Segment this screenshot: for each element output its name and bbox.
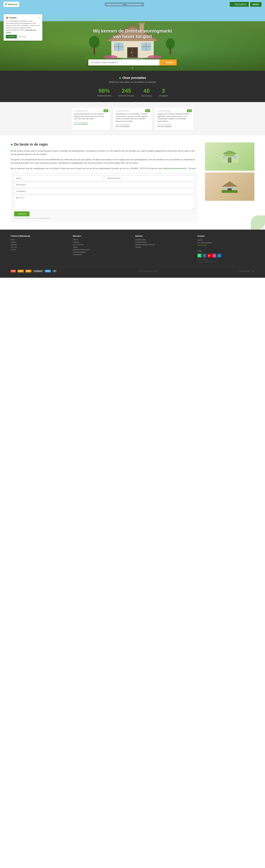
footer-phone-link[interactable]: 0624-525252: [198, 244, 255, 246]
stat-label-3: Vestigingen: [159, 95, 168, 97]
form-name-input[interactable]: [14, 176, 103, 181]
footer-link-overons[interactable]: Over ons: [10, 246, 68, 248]
footer-title-diensten: Diensten: [73, 235, 130, 237]
about-title: ◆ De beste in de regio: [10, 143, 198, 147]
cookie-header: 🍪 Cookies ✕: [6, 17, 40, 19]
cookie-close-icon[interactable]: ✕: [38, 17, 40, 19]
whatsapp-icon[interactable]: W: [198, 254, 201, 257]
stats-grid: 98% Klanttevredenheid 245 Verkochte woni…: [3, 88, 262, 97]
cookie-icon: 🍪: [6, 17, 8, 19]
footer-copyright: Venhorst Makelaardij © 2025: [139, 270, 157, 272]
svg-marker-32: [222, 181, 238, 187]
scroll-indicator[interactable]: ⌄: [131, 65, 134, 69]
footer-link-huurverhuur[interactable]: Huur & verhuur: [73, 244, 130, 246]
search-input[interactable]: [88, 59, 159, 65]
about-sidebar: [205, 143, 255, 222]
footer-link-aanbod[interactable]: Aanbod: [10, 241, 68, 243]
stat-item-2: 40 Jaar ervaring: [141, 88, 152, 97]
footer-link-zalmopracht[interactable]: Zalmopracht: [73, 254, 130, 255]
review-author-1: Een huize geplaatst: [116, 124, 149, 126]
cookie-banner: 🍪 Cookies ✕ De noodzakelijke en statisti…: [3, 14, 42, 41]
review-author-2: Een huize geplaatst: [157, 124, 191, 126]
footer-col-aanbod: Aanbod Koopwoningen Seniorshuisvest Nieu…: [135, 235, 192, 263]
svg-marker-27: [222, 150, 238, 154]
svg-rect-10: [133, 48, 137, 57]
nav-aankoopmakelaar[interactable]: Aankoopmakelaar: [105, 2, 125, 6]
svg-rect-30: [234, 156, 237, 158]
about-photo: [205, 143, 255, 171]
footer-link-home[interactable]: Home: [10, 239, 68, 241]
about-paragraph-2: Ons geluk is wat dat betreft dat we een …: [10, 158, 198, 164]
review-card-2: 8.0 26 november 2024 Netygen voor ait Ve…: [155, 107, 194, 130]
search-button[interactable]: 🔍 Zoeken: [159, 59, 177, 65]
nvm-logo: NVM: [10, 270, 16, 272]
footer-link-nieuwbouwproject[interactable]: Nieuwbouwproject Diestand: [135, 244, 192, 246]
stats-section: ◆ Onze prestaties Bekijk hier onze cijfe…: [0, 71, 265, 102]
footer-privacy-link[interactable]: Privacyverklaring: [239, 270, 250, 272]
stat-number-2: 40: [141, 88, 152, 94]
facebook-icon[interactable]: f: [202, 254, 206, 257]
form-city-input[interactable]: [14, 182, 194, 187]
green-diamond-icon: ◆: [119, 76, 121, 80]
review-source-0: Een huize geplaatst: [74, 123, 108, 125]
svg-point-18: [103, 55, 118, 59]
about-photo-2: [205, 173, 255, 201]
youtube-icon[interactable]: ▶: [207, 254, 211, 257]
svg-rect-29: [223, 156, 226, 158]
footer-link-diensten[interactable]: Diensten: [10, 244, 68, 246]
footer-link-seniorshuis[interactable]: Seniorshuisvest: [135, 241, 192, 243]
footer-link-nieuwbouw[interactable]: Nieuwbouwproject: [73, 251, 130, 253]
cookie-buttons: Accepteren Sla er op: [6, 35, 40, 38]
logo-area: V Venhorst: [3, 2, 19, 7]
nwwi-logo: NWWI: [45, 270, 51, 272]
footer-title-contact: Contact: [198, 235, 255, 237]
footer-partner-logos: NVM funda funda in business NWWI 🏠: [10, 270, 57, 272]
footer-link-contact[interactable]: Contact: [10, 249, 68, 250]
footer-link-aankoop[interactable]: Aankoop: [73, 241, 130, 243]
in-business-logo: in business: [33, 270, 43, 272]
review-score-0: 8.8: [103, 109, 108, 112]
footer-link-koopwoningen[interactable]: Koopwoningen: [135, 239, 192, 241]
office-svg: [219, 150, 240, 164]
cookie-accept-button[interactable]: Accepteren: [6, 35, 17, 38]
svg-rect-28: [228, 157, 231, 163]
form-row-name-phone: [14, 176, 194, 181]
search-icon: 🔍: [163, 61, 165, 64]
funda-logo-2: funda: [26, 270, 31, 272]
logo-icon: V: [5, 2, 7, 6]
footer-link-taxaties[interactable]: Taxaties: [135, 246, 192, 248]
form-note: Lees al het voor verzenden: Cookies en P…: [14, 217, 194, 219]
review-text-1: Makelaarkantoor is niet bereikbaar. Twee…: [116, 113, 149, 122]
nav-verkoopmakelaar[interactable]: Verkoopmakelaar: [125, 2, 144, 6]
search-bar: 🔍 Zoeken: [88, 59, 177, 65]
hero-content: Wij kennen de Drentse woningmarkt van ha…: [27, 28, 238, 40]
review-score-2: 8.0: [187, 109, 192, 112]
contact-form: Versturen Lees al het voor verzenden: Co…: [10, 172, 198, 222]
stats-title: ◆ Onze prestaties: [3, 76, 262, 80]
stat-item-1: 245 Verkochte woningen: [119, 88, 134, 97]
footer-email-link[interactable]: info@...: [198, 250, 255, 252]
phone-button[interactable]: 📞 0624-525252: [230, 2, 249, 7]
logo-box: V Venhorst: [3, 2, 19, 7]
review-date-2: 26 november 2024: [157, 110, 191, 112]
svg-rect-35: [232, 187, 235, 189]
form-phone-input[interactable]: [105, 176, 194, 181]
linkedin-icon[interactable]: in: [217, 254, 221, 257]
footer-link-verhuur[interactable]: Verhuur: [73, 239, 130, 241]
header-right: 📞 0624-525252 MENU: [230, 2, 262, 7]
footer-link-taxatie[interactable]: Taxatie: [73, 246, 130, 248]
about-email-link[interactable]: info@venhorstmakelaardij.nl: [163, 167, 187, 169]
footer-address: Markt 9, 7741 JM Coevorden 0624-525252 i…: [198, 239, 255, 252]
instagram-icon[interactable]: ◎: [212, 254, 216, 257]
form-submit-button[interactable]: Versturen: [14, 211, 30, 216]
menu-button[interactable]: MENU: [250, 2, 262, 7]
form-email-input[interactable]: [14, 189, 194, 194]
phone-icon: 📞: [232, 3, 234, 5]
form-message-textarea[interactable]: [14, 195, 194, 210]
review-score-1: 8.5: [145, 109, 150, 112]
footer-link-bedrijf[interactable]: Bedrijfsonroerend goed: [73, 249, 130, 250]
hero-section: Wij kennen de Drentse woningmarkt van ha…: [0, 0, 265, 71]
cookie-settings-button[interactable]: Sla er op: [18, 35, 27, 38]
footer-tpt-link[interactable]: TPT: [252, 270, 255, 272]
house-svg-2: [219, 180, 240, 194]
